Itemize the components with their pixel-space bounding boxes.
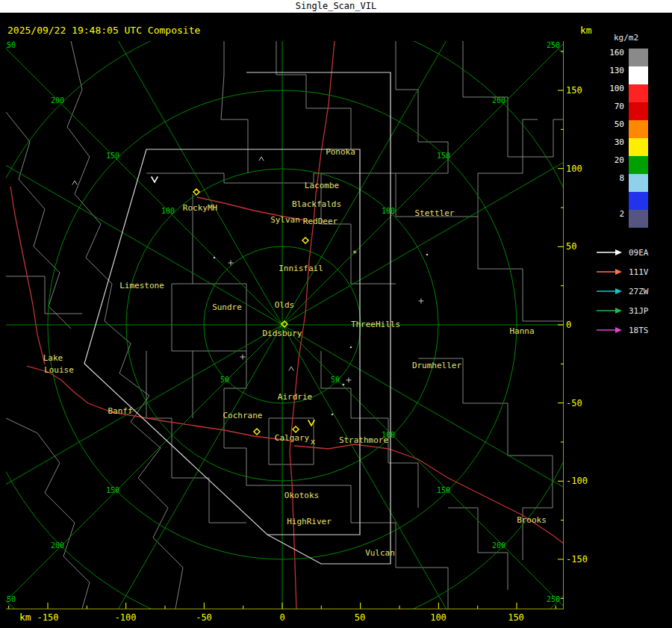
colorbar-swatch	[629, 156, 648, 174]
storm-track-legend: 09EA111V27ZW31JP18TS	[596, 243, 671, 340]
range-ring-label: 250	[2, 595, 16, 603]
range-ring-label: 150	[437, 152, 450, 160]
storm-id-label: 18TS	[629, 326, 649, 335]
storm-id-label: 111V	[629, 267, 649, 277]
range-ring-label: 50	[220, 376, 229, 384]
x-axis-label: 50	[355, 612, 365, 623]
radial-line	[282, 325, 644, 534]
radar-map[interactable]: *x10015020025010015020025050150200250501…	[0, 0, 672, 628]
colorbar-swatch	[629, 210, 648, 228]
county-boundary	[321, 351, 418, 508]
city-label: Brooks	[517, 515, 547, 525]
city-label: Strathmore	[339, 435, 388, 445]
county-boundary	[6, 418, 90, 609]
city-label: Sundre	[212, 302, 242, 312]
colorbar-swatch	[629, 66, 648, 84]
colorbar-swatch	[629, 84, 648, 102]
storm-id-label: 27ZW	[629, 287, 649, 296]
y-axis-label: 150	[566, 85, 582, 96]
city-label: Banff	[108, 406, 132, 416]
city-label: Didsbury	[263, 329, 302, 338]
colorbar-value: 8	[582, 174, 629, 183]
city-label: RockyMH	[183, 203, 217, 213]
colorbar-swatch	[629, 138, 648, 156]
highway-line	[27, 366, 290, 441]
y-axis-label: 0	[566, 320, 571, 330]
highway-line	[294, 444, 564, 544]
radial-line	[282, 0, 491, 325]
town-dot-marker	[426, 254, 429, 256]
colorbar-value: 160	[582, 49, 629, 57]
city-label: Olds	[275, 300, 295, 310]
county-boundary	[193, 284, 246, 351]
city-label: ThreeHills	[351, 320, 400, 329]
county-boundary	[6, 276, 82, 314]
town-cross-marker	[346, 378, 351, 382]
city-label: Vulcan	[365, 548, 395, 558]
colorbar-row: 160	[582, 49, 671, 66]
x-axis-label: -150	[37, 612, 59, 623]
colorbar-row: 2	[582, 210, 671, 228]
county-boundary	[146, 351, 246, 523]
colorbar-row	[582, 192, 671, 210]
range-ring-label: 200	[492, 541, 505, 550]
city-label: RedDeer	[303, 217, 338, 226]
window-title: Single_Scan_VIL	[296, 1, 376, 11]
town-cross-marker	[419, 299, 423, 303]
storm-arrow-icon	[596, 248, 623, 257]
city-label: Airdrie	[278, 392, 312, 402]
range-ring-label: 50	[331, 376, 340, 384]
radar-window: *x10015020025010015020025050150200250501…	[0, 0, 672, 628]
range-ring-label: 250	[547, 595, 560, 603]
county-boundary	[172, 194, 193, 418]
city-label: Lacombe	[305, 181, 339, 190]
town-dot-marker	[214, 257, 216, 259]
colorbar-value: 130	[582, 66, 629, 75]
x-axis-label: 100	[430, 612, 447, 623]
range-ring-label: 150	[106, 152, 119, 160]
storm-legend-row: 18TS	[596, 320, 671, 340]
scan-timestamp: 2025/09/22 19:48:05 UTC Composite	[7, 25, 200, 36]
range-ring	[0, 12, 595, 628]
y-axis-label: -100	[566, 476, 588, 486]
colorbar-swatch	[629, 120, 648, 138]
y-axis-label: -50	[566, 398, 582, 408]
range-ring-label: 200	[51, 541, 64, 550]
storm-vector-marker	[152, 177, 158, 182]
colorbar-value: 50	[582, 120, 629, 129]
radial-line	[0, 325, 282, 621]
storm-id-label: 31JP	[629, 306, 649, 316]
city-label: Calgary	[275, 433, 310, 443]
y-axis-label: -150	[566, 554, 588, 565]
range-ring-label: 100	[161, 207, 175, 215]
colorbar-row: 50	[582, 120, 671, 138]
storm-arrow-icon	[596, 267, 623, 276]
y-axis-label: 100	[566, 164, 582, 174]
storm-legend-row: 31JP	[596, 301, 671, 320]
legend-panel: kg/m2 1601301007050302082 09EA111V27ZW31…	[582, 33, 671, 340]
city-label: Drumheller	[412, 361, 462, 370]
range-ring-label: 250	[2, 41, 16, 49]
radial-line	[0, 116, 282, 325]
range-ring-label: 200	[51, 96, 64, 105]
colorbar-value: 100	[582, 84, 629, 93]
city-label: Lake	[43, 353, 63, 363]
city-label: Hanna	[509, 326, 534, 336]
city-diamond-marker	[193, 189, 199, 195]
city-label: Ponoka	[326, 147, 355, 157]
storm-legend-row: 111V	[596, 262, 671, 282]
city-label: Limestone	[119, 281, 164, 290]
town-dot-marker	[350, 346, 352, 349]
x-axis-label: -50	[196, 612, 212, 623]
colorbar-row: 100	[582, 84, 671, 102]
storm-arrow-icon	[596, 326, 623, 335]
city-label: Cochrane	[223, 411, 263, 420]
asterisk-marker: *	[352, 249, 358, 258]
storm-arrow-icon	[596, 287, 623, 296]
x-marker: x	[311, 437, 316, 447]
colorbar-row: 130	[582, 66, 671, 84]
colorbar-value: 2	[582, 210, 629, 219]
city-label: Sylvan	[270, 215, 300, 225]
window-title-bar: Single_Scan_VIL	[0, 0, 672, 13]
radial-line	[282, 29, 578, 325]
